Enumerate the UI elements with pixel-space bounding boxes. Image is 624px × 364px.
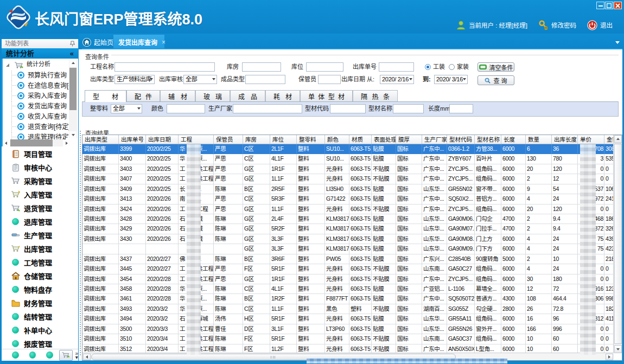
tab-home[interactable]: 起始页 [82,37,113,47]
keeper-input[interactable] [318,75,341,84]
project-name-input[interactable] [114,62,215,72]
column-header-整零料[interactable]: 整零料 [297,135,325,144]
audit-select[interactable]: 全部 [183,75,217,84]
material-tab-型材[interactable]: 型材 [85,90,126,102]
clear-button[interactable]: 清空条件 [477,62,514,72]
tree-horizontal-scrollbar[interactable] [3,139,70,146]
column-header-型材名称[interactable]: 型材名称 [475,135,501,144]
radio-home[interactable] [449,64,455,70]
module-dot-icon[interactable] [29,352,36,359]
minimize-button[interactable] [596,2,604,9]
sidebar-module-入库管理[interactable]: 入库管理 [2,188,78,201]
column-header-型材代码[interactable]: 型材代码 [447,135,475,144]
tree-item[interactable]: 退货查询[待定] [3,122,69,132]
table-row[interactable]: 调拨出库34582020/2/28华原...陈琳C区4L1F整料光身料6063-… [82,284,614,294]
close-button[interactable] [614,2,622,9]
table-row[interactable]: 调拨出库34072020/2/25工共工程严思G区1L1F整料光身料6063-T… [82,174,614,184]
column-header-表面处理[interactable]: 表面处理 [372,135,396,144]
tree-item[interactable]: 发货出库查询 [3,101,69,112]
color-input[interactable] [167,104,205,113]
column-header-数量[interactable]: 数量 [526,135,552,144]
sidebar-module-出库管理[interactable]: 出库管理 [2,242,78,256]
material-tab-玻璃[interactable]: 玻璃 [195,90,230,101]
collapse-icon[interactable]: « [70,48,74,59]
table-row[interactable]: 调拨出库34242020/2/26工工程严思G区1L1F整料光身料6063-T5… [82,205,614,214]
table-row[interactable]: 调拨出库34302020/2/26石城陈琳G区3L3F整料KLM38176063… [82,234,614,244]
order-no-input[interactable] [379,62,414,72]
sidebar-panel-title[interactable]: 统计分析 « [2,48,78,59]
scroll-up-icon[interactable] [69,60,77,67]
table-row[interactable]: 调拨出库34292020/2/26石城陈琳G区5R2F整料KLM38176063… [82,224,614,234]
module-cart-button[interactable] [59,350,73,361]
tab-list-dropdown-icon[interactable] [615,41,620,46]
column-header-库位[interactable]: 库位 [270,135,297,144]
warehouse-input[interactable] [242,62,281,72]
tree-root-node[interactable]: 统计分析 [3,60,69,71]
column-header-库房[interactable]: 库房 [243,135,270,144]
table-row[interactable]: 调拨出库34282020/2/26石城陈琳G区2L4F整料KLM38176063… [82,214,614,224]
column-header-出库日期[interactable]: 出库日期 [146,135,179,144]
maximize-button[interactable] [605,2,613,9]
manufacturer-input[interactable] [233,104,302,113]
material-tab-单体型材[interactable]: 单体型材 [300,90,353,101]
table-scroll-up-icon[interactable] [614,135,622,143]
column-header-单价[interactable]: 单价 [578,135,604,144]
sidebar-module-财务管理[interactable]: 财务管理 [2,296,78,310]
table-row[interactable]: 调拨出库34932020/3/2华原...陈琳C区1L1F整料黑色塑料不贴膜国标… [82,304,614,314]
whole-part-select[interactable]: 全部 [111,104,142,113]
column-header-膜厚[interactable]: 膜厚 [396,135,422,144]
table-row[interactable]: 调拨出库34372020/2/27佛...陈琳B区3R6F整料PW056063-… [82,254,614,264]
material-tab-耗材[interactable]: 耗材 [265,90,300,101]
column-header-出库长度[interactable]: 出库长度 [552,135,578,144]
tree-item[interactable]: 收货入库查询 [3,112,69,122]
sidebar-module-结转管理[interactable]: 结转管理 [2,310,78,323]
scroll-left-icon[interactable] [3,139,10,146]
sidebar-module-审核中心[interactable]: 审核中心 [2,161,78,174]
sidebar-module-物料盘存[interactable]: 物料盘存 [2,283,78,296]
profile-name-input[interactable] [393,104,424,113]
table-row[interactable]: 调拨出库33992020/2/25华原...严思C区2L1F整料SU10...6… [82,144,614,154]
overflow-chevron-icon[interactable]: »▾ [75,352,78,359]
tree-item[interactable]: 在途信息查询[待 [3,81,69,91]
table-vertical-scrollbar[interactable] [613,135,622,353]
table-row[interactable]: 调拨出库35002020/3/3工共工程曹佳D区3L1F整料LT3P606063… [82,324,614,334]
module-dot-icon[interactable] [12,352,19,359]
column-header-材质[interactable]: 材质 [349,135,372,144]
column-header-工程[interactable]: 工程 [179,135,214,144]
table-row[interactable]: 调拨出库34942020/3/2石辉城汤伟H区5R1F整料光身料6063-T5贴… [82,314,614,324]
table-row[interactable]: 调拨出库34132020/2/26南...严思C区5R3F整料G71422606… [82,194,614,204]
product-type-input[interactable] [245,75,285,84]
table-row[interactable]: G区3L3F整料KLM38176063-T5贴膜国标山东华...GA90M09.… [82,244,614,254]
table-scroll-down-icon[interactable] [614,345,622,353]
table-row[interactable]: 调拨出库34002020/2/25华原...严思C区4L1F整料SU10...6… [82,154,614,164]
radio-industrial[interactable] [425,64,431,70]
sidebar-module-退库管理[interactable]: 退库管理 [2,215,78,228]
search-button[interactable]: 查 询 [477,75,514,85]
tree-item[interactable]: 预算执行查询 [3,71,69,81]
out-type-select[interactable]: 生产领料出库 [114,75,155,84]
column-header-生产厂家[interactable]: 生产厂家 [422,135,447,144]
material-tab-隔热条[interactable]: 隔热条 [353,90,398,101]
tree-vscroll-thumb[interactable] [69,68,77,110]
table-vscroll-thumb[interactable] [614,144,622,344]
pin-icon[interactable] [70,41,75,47]
sidebar-module-项目管理[interactable]: 项目管理 [2,147,78,161]
scroll-down-icon[interactable] [69,131,77,138]
sidebar-module-退货管理[interactable]: 退货管理 [2,201,78,215]
logout-link[interactable]: 退出 [600,21,613,29]
length-input[interactable] [449,104,473,113]
change-password-link[interactable]: 修改密码 [551,21,576,29]
table-row[interactable]: 调拨出库34612020/2/28华原...陈琳B区1R2F整料F8877FT6… [82,294,614,304]
sidebar-module-采购管理[interactable]: 采购管理 [2,174,78,188]
sidebar-module-补单中心[interactable]: 补单中心 [2,323,78,337]
table-row[interactable]: 调拨出库34542020/2/28工共工程严思G区1R1F整料光身料6063-T… [82,274,614,284]
tree-hscroll-thumb[interactable] [10,139,53,146]
date-to-select[interactable]: 2020/ 3/16 [434,75,468,84]
tab-close-icon[interactable]: × [162,39,165,46]
profile-code-input[interactable] [330,104,366,113]
material-tab-配件[interactable]: 配件 [126,90,160,101]
tree-item[interactable]: 退库管理[待定] [3,132,69,139]
column-header-颜色[interactable]: 颜色 [325,135,349,144]
table-row[interactable]: 调拨出库34032020/2/25工共工程严思G区1R1F整料光身料6063-T… [82,164,614,174]
tree-vertical-scrollbar[interactable] [69,60,77,138]
